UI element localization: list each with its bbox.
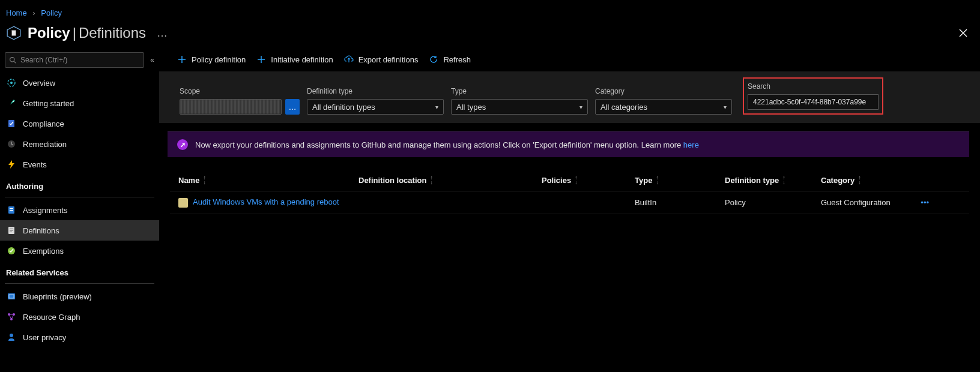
definition-type-dropdown[interactable]: All definition types ▾ <box>307 99 444 115</box>
banner-text: Now export your definitions and assignme… <box>195 140 699 149</box>
main-content: Policy definition Initiative definition … <box>159 47 980 347</box>
collapse-sidebar-icon[interactable]: « <box>150 56 154 64</box>
sidebar-item-getting-started[interactable]: Getting started <box>0 93 159 113</box>
column-header-definition-type[interactable]: Definition type↑↓ <box>725 175 821 185</box>
user-icon <box>6 332 17 343</box>
sidebar-item-definitions[interactable]: Definitions <box>0 220 159 241</box>
table-row[interactable]: Audit Windows VMs with a pending reboot … <box>170 191 969 214</box>
breadcrumb-home[interactable]: Home <box>6 8 27 17</box>
toolbar-label: Export definitions <box>358 55 419 64</box>
svg-line-25 <box>9 314 11 319</box>
close-icon[interactable] <box>958 28 974 38</box>
column-header-type[interactable]: Type↑↓ <box>635 175 725 185</box>
sidebar-item-label: Compliance <box>23 119 64 128</box>
svg-point-7 <box>10 82 13 84</box>
cell-definition-type: Policy <box>725 198 821 207</box>
rocket-badge-icon: ➚ <box>177 139 188 150</box>
graph-icon <box>6 311 17 322</box>
chevron-down-icon: ▾ <box>435 104 438 110</box>
sidebar-item-overview[interactable]: Overview <box>0 73 159 93</box>
refresh-button[interactable]: Refresh <box>429 55 471 64</box>
svg-rect-15 <box>10 229 13 229</box>
assignments-icon <box>6 205 17 215</box>
sidebar-item-label: Blueprints (preview) <box>23 292 92 301</box>
policy-definition-button[interactable]: Policy definition <box>177 55 246 64</box>
blueprints-icon <box>6 291 17 302</box>
scope-input[interactable] <box>180 99 282 115</box>
breadcrumb-policy[interactable]: Policy <box>41 8 62 17</box>
sidebar-item-blueprints[interactable]: Blueprints (preview) <box>0 286 159 307</box>
definitions-table: Name↑↓ Definition location↑↓ Policies↑↓ … <box>170 175 969 214</box>
sidebar-group-authoring: Authoring <box>0 175 159 194</box>
sidebar-search-input[interactable] <box>20 56 140 64</box>
svg-line-5 <box>14 61 16 63</box>
chevron-down-icon: ▾ <box>579 104 582 110</box>
toolbar-label: Refresh <box>443 55 471 64</box>
toolbar: Policy definition Initiative definition … <box>159 47 980 71</box>
sidebar-item-label: Events <box>23 160 47 169</box>
scope-label: Scope <box>180 87 300 95</box>
sort-icon: ↑↓ <box>203 175 206 185</box>
sidebar-search[interactable] <box>5 52 144 68</box>
svg-point-27 <box>10 334 13 337</box>
sidebar-item-label: Assignments <box>23 206 67 215</box>
sidebar-group-related: Related Services <box>0 261 159 281</box>
svg-line-26 <box>11 314 14 319</box>
export-definitions-button[interactable]: Export definitions <box>344 55 419 64</box>
more-actions-icon[interactable]: … <box>157 27 169 40</box>
sidebar-item-label: User privacy <box>23 333 66 342</box>
column-header-location[interactable]: Definition location↑↓ <box>358 175 542 185</box>
search-box[interactable] <box>748 94 879 110</box>
lightning-icon <box>6 159 17 170</box>
sidebar-item-remediation[interactable]: Remediation <box>0 134 159 154</box>
toolbar-label: Initiative definition <box>271 55 333 64</box>
column-header-name[interactable]: Name↑↓ <box>178 175 358 185</box>
column-header-policies[interactable]: Policies↑↓ <box>542 175 635 185</box>
divider <box>5 197 154 197</box>
sidebar-item-user-privacy[interactable]: User privacy <box>0 327 159 347</box>
column-header-category[interactable]: Category↑↓ <box>821 175 911 185</box>
banner-learn-more-link[interactable]: here <box>683 140 699 149</box>
compliance-icon <box>6 118 17 129</box>
sidebar-item-label: Getting started <box>23 99 74 108</box>
remediation-icon <box>6 139 17 149</box>
definitions-icon <box>6 225 17 236</box>
plus-icon <box>256 55 266 64</box>
dropdown-value: All types <box>456 103 486 112</box>
svg-rect-12 <box>10 208 13 209</box>
definition-icon <box>178 198 188 208</box>
definition-name-link[interactable]: Audit Windows VMs with a pending reboot <box>193 197 339 206</box>
page-title-row: Policy|Definitions … <box>0 21 980 47</box>
search-highlight-box: Search <box>743 77 883 115</box>
cell-type: BuiltIn <box>635 198 725 207</box>
sort-icon: ↑↓ <box>656 175 659 185</box>
sidebar-item-exemptions[interactable]: Exemptions <box>0 241 159 261</box>
sort-icon: ↑↓ <box>575 175 578 185</box>
type-dropdown[interactable]: All types ▾ <box>451 99 588 115</box>
dropdown-value: All definition types <box>312 103 375 112</box>
row-menu-icon[interactable]: ••• <box>911 198 929 207</box>
category-dropdown[interactable]: All categories ▾ <box>595 99 732 115</box>
breadcrumb: Home › Policy <box>0 0 980 21</box>
sort-icon: ↑↓ <box>782 175 785 185</box>
scope-picker-button[interactable]: … <box>285 99 300 115</box>
sidebar-item-label: Definitions <box>23 226 59 235</box>
sidebar-item-events[interactable]: Events <box>0 154 159 175</box>
sidebar-item-compliance[interactable]: Compliance <box>0 113 159 134</box>
chevron-down-icon: ▾ <box>724 104 727 110</box>
sidebar-item-label: Resource Graph <box>23 313 80 322</box>
divider <box>5 283 154 284</box>
initiative-definition-button[interactable]: Initiative definition <box>256 55 333 64</box>
sidebar-item-label: Remediation <box>23 140 67 149</box>
exemptions-icon <box>6 245 17 256</box>
search-input[interactable] <box>753 98 873 106</box>
sidebar-item-assignments[interactable]: Assignments <box>0 200 159 220</box>
dropdown-value: All categories <box>600 103 647 112</box>
rocket-icon <box>6 98 17 109</box>
sidebar-item-label: Exemptions <box>23 247 64 256</box>
policy-page-icon <box>6 25 22 41</box>
sidebar-item-resource-graph[interactable]: Resource Graph <box>0 307 159 327</box>
sidebar-item-label: Overview <box>23 79 55 88</box>
sort-icon: ↑↓ <box>858 175 861 185</box>
svg-point-4 <box>10 57 14 61</box>
